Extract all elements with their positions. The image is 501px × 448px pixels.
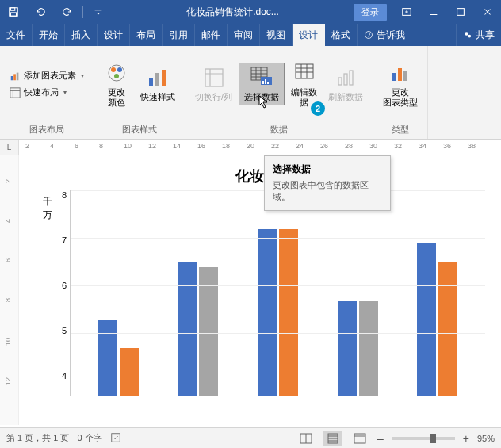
change-colors-button[interactable]: 更改颜色 <box>99 59 134 109</box>
chart[interactable]: 千万 87654 <box>43 190 485 396</box>
page-indicator[interactable]: 第 1 页，共 1 页 <box>6 432 69 444</box>
tab-design[interactable]: 设计 <box>98 24 130 46</box>
ruler-tick: 24 <box>296 142 304 150</box>
document-area: 24681012 化妆品销 千万 87654 <box>0 155 501 425</box>
minimize-button[interactable] <box>420 0 447 24</box>
group-data: 切换行/列 选择数据 编辑数据 2 刷新数据 数据 <box>185 46 373 139</box>
bar[interactable] <box>120 348 139 396</box>
edit-data-button[interactable]: 编辑数据 2 <box>286 59 322 109</box>
word-count[interactable]: 0 个字 <box>77 432 101 444</box>
tooltip-title: 选择数据 <box>273 163 382 176</box>
zoom-level[interactable]: 95% <box>477 434 495 443</box>
zoom-thumb[interactable] <box>430 434 436 443</box>
title-bar: 化妆品销售统计.doc... 登录 <box>0 0 501 24</box>
y-tick: 5 <box>57 326 67 335</box>
bar[interactable] <box>199 267 218 396</box>
quick-styles-button[interactable]: 快速样式 <box>136 63 180 104</box>
page[interactable]: 化妆品销 千万 87654 <box>19 155 501 425</box>
bar-cluster <box>98 320 139 396</box>
select-data-button[interactable]: 选择数据 <box>239 63 285 105</box>
y-tick: 7 <box>57 235 67 245</box>
svg-rect-9 <box>13 74 16 80</box>
bar[interactable] <box>279 229 298 396</box>
ruler-tick: 4 <box>50 142 54 150</box>
tab-chart-design[interactable]: 设计 <box>293 24 325 46</box>
group-label-data: 数据 <box>185 122 373 139</box>
svg-rect-35 <box>354 434 365 443</box>
tab-references[interactable]: 引用 <box>163 24 195 46</box>
bar-cluster <box>417 243 457 396</box>
tab-layout[interactable]: 布局 <box>130 24 163 46</box>
ruler-tick: 26 <box>320 142 328 150</box>
svg-point-13 <box>111 67 116 72</box>
quick-layout-label: 快速布局 <box>24 86 59 98</box>
bar-cluster <box>258 229 298 396</box>
ruler-tick: 22 <box>271 142 279 150</box>
maximize-button[interactable] <box>447 0 474 24</box>
zoom-in-button[interactable]: + <box>463 432 469 445</box>
bar[interactable] <box>438 262 457 396</box>
svg-rect-4 <box>457 9 465 16</box>
add-chart-element-button[interactable]: 添加图表元素▾ <box>6 68 87 83</box>
svg-rect-16 <box>149 78 153 86</box>
plot-area[interactable] <box>70 190 485 396</box>
svg-point-15 <box>114 74 119 78</box>
ruler-tick: 10 <box>124 142 132 150</box>
login-button[interactable]: 登录 <box>354 4 387 21</box>
svg-rect-26 <box>338 78 342 85</box>
tell-me[interactable]: 告诉我 <box>358 24 457 46</box>
close-button[interactable] <box>474 0 501 24</box>
ruler-tick: 10 <box>4 338 12 346</box>
ruler-tick: 8 <box>4 298 12 302</box>
ruler-tick: 16 <box>197 142 205 150</box>
bar[interactable] <box>417 243 436 396</box>
tab-mailings[interactable]: 邮件 <box>195 24 228 46</box>
ruler-tick: 2 <box>25 142 29 150</box>
horizontal-ruler[interactable]: 2468101214161820222426283032343638 <box>19 140 501 155</box>
quick-layout-button[interactable]: 快速布局▾ <box>6 85 87 100</box>
bar[interactable] <box>98 320 117 396</box>
undo-button[interactable] <box>27 0 54 24</box>
svg-rect-1 <box>11 8 15 11</box>
svg-rect-11 <box>10 87 20 97</box>
tab-view[interactable]: 视图 <box>260 24 293 46</box>
bar[interactable] <box>258 229 277 396</box>
cursor-icon <box>258 95 270 109</box>
y-tick: 8 <box>57 190 67 200</box>
y-axis-unit: 千万 <box>43 190 57 396</box>
svg-rect-27 <box>344 74 347 85</box>
svg-point-6 <box>465 32 468 36</box>
change-chart-type-button[interactable]: 更改图表类型 <box>378 59 423 109</box>
ruler-tick: 28 <box>345 142 353 150</box>
tab-format[interactable]: 格式 <box>325 24 358 46</box>
zoom-out-button[interactable]: – <box>377 432 384 445</box>
ruler-tick: 4 <box>4 219 12 223</box>
bar[interactable] <box>359 301 378 396</box>
svg-point-7 <box>468 35 471 38</box>
tab-insert[interactable]: 插入 <box>65 24 98 46</box>
save-button[interactable] <box>0 0 27 24</box>
share-button[interactable]: 共享 <box>457 24 501 46</box>
bar[interactable] <box>178 262 197 396</box>
bar[interactable] <box>338 301 357 396</box>
tab-file[interactable]: 文件 <box>0 24 33 46</box>
svg-rect-28 <box>350 71 353 85</box>
ribbon-display-button[interactable] <box>393 0 420 24</box>
web-layout-button[interactable] <box>350 431 369 446</box>
svg-point-14 <box>117 67 122 72</box>
tab-review[interactable]: 审阅 <box>228 24 260 46</box>
read-mode-button[interactable] <box>296 431 316 446</box>
group-label-styles: 图表样式 <box>94 122 185 139</box>
svg-rect-17 <box>155 73 159 86</box>
redo-button[interactable] <box>54 0 81 24</box>
vertical-ruler[interactable]: 24681012 <box>0 155 19 425</box>
print-layout-button[interactable] <box>323 431 342 446</box>
svg-rect-24 <box>267 82 269 84</box>
chevron-down-icon: ▾ <box>81 72 84 79</box>
tab-home[interactable]: 开始 <box>33 24 65 46</box>
spell-check-icon[interactable] <box>110 432 121 445</box>
customize-qat-button[interactable] <box>85 0 112 24</box>
svg-rect-2 <box>11 13 17 16</box>
ruler-tick: 38 <box>468 142 476 150</box>
zoom-slider[interactable] <box>392 437 455 440</box>
